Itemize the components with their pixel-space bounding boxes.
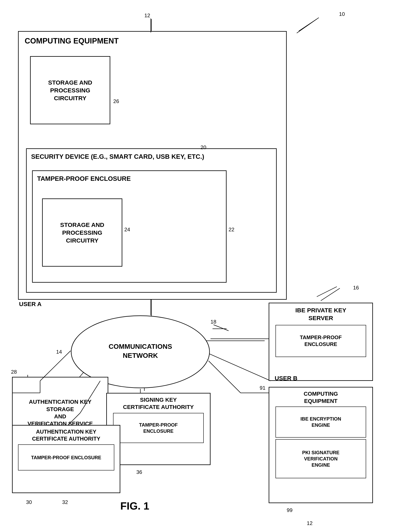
ref-26: 26 bbox=[113, 98, 119, 104]
user-b-computing-label: COMPUTING EQUIPMENT bbox=[304, 390, 338, 405]
storage-processing-24-box: STORAGE AND PROCESSING CIRCUITRY bbox=[42, 198, 122, 267]
svg-line-8 bbox=[317, 287, 337, 297]
tamper-proof-signing-box: TAMPER-PROOF ENCLOSURE bbox=[113, 413, 204, 443]
computing-equipment-label: COMPUTING EQUIPMENT bbox=[25, 36, 119, 46]
svg-line-0 bbox=[299, 19, 317, 31]
ibe-private-key-server-box: IBE PRIVATE KEY SERVER TAMPER-PROOF ENCL… bbox=[269, 303, 373, 381]
svg-text:COMMUNICATIONS: COMMUNICATIONS bbox=[109, 342, 172, 350]
user-a-label: USER A bbox=[19, 301, 41, 308]
tamper-proof-ibe-label: TAMPER-PROOF ENCLOSURE bbox=[300, 334, 342, 348]
svg-line-25 bbox=[321, 288, 340, 301]
tamper-proof-ibe-box: TAMPER-PROOF ENCLOSURE bbox=[275, 325, 366, 357]
security-device-label: SECURITY DEVICE (E.G., SMART CARD, USB K… bbox=[31, 152, 204, 161]
svg-line-9 bbox=[214, 325, 229, 331]
ibe-encryption-label: IBE ENCRYPTION ENGINE bbox=[300, 416, 341, 428]
ref-36: 36 bbox=[136, 469, 142, 475]
signing-key-ca-label: SIGNING KEY CERTIFICATE AUTHORITY bbox=[123, 396, 194, 411]
svg-line-13 bbox=[297, 18, 319, 33]
auth-key-ca-box: AUTHENTICATION KEY CERTIFICATE AUTHORITY… bbox=[12, 425, 120, 493]
pki-signature-label: PKI SIGNATURE VERIFICATION ENGINE bbox=[302, 450, 339, 468]
user-b-computing-box: COMPUTING EQUIPMENT IBE ENCRYPTION ENGIN… bbox=[269, 387, 373, 503]
ref-20: 20 bbox=[200, 144, 206, 151]
signing-key-ca-box: SIGNING KEY CERTIFICATE AUTHORITY TAMPER… bbox=[106, 393, 211, 465]
fig-label: FIG. 1 bbox=[120, 500, 149, 512]
ref-91: 91 bbox=[260, 385, 265, 391]
ref-24: 24 bbox=[124, 227, 130, 233]
tamper-proof-22-label: TAMPER-PROOF ENCLOSURE bbox=[37, 175, 131, 183]
ref-10: 10 bbox=[339, 11, 345, 17]
ibe-private-key-server-label: IBE PRIVATE KEY SERVER bbox=[295, 306, 346, 322]
ref-12-top: 12 bbox=[144, 13, 150, 19]
svg-line-17 bbox=[209, 361, 241, 393]
auth-key-ca-label: AUTHENTICATION KEY CERTIFICATE AUTHORITY bbox=[32, 428, 100, 442]
ref-18: 18 bbox=[211, 319, 216, 325]
storage-processing-26-box: STORAGE AND PROCESSING CIRCUITRY bbox=[30, 56, 110, 124]
pki-signature-box: PKI SIGNATURE VERIFICATION ENGINE bbox=[275, 439, 366, 478]
storage-processing-24-label: STORAGE AND PROCESSING CIRCUITRY bbox=[60, 221, 104, 244]
ref-30: 30 bbox=[26, 499, 32, 505]
ibe-encryption-box: IBE ENCRYPTION ENGINE bbox=[275, 406, 366, 437]
svg-text:NETWORK: NETWORK bbox=[123, 352, 158, 359]
ref-32: 32 bbox=[62, 499, 68, 505]
tamper-proof-auth-label: TAMPER-PROOF ENCLOSURE bbox=[31, 454, 101, 461]
ref-28: 28 bbox=[11, 369, 17, 375]
ref-99: 99 bbox=[287, 507, 293, 513]
svg-line-4 bbox=[203, 351, 271, 381]
tamper-proof-auth-box: TAMPER-PROOF ENCLOSURE bbox=[18, 444, 115, 470]
storage-processing-26-label: STORAGE AND PROCESSING CIRCUITRY bbox=[48, 79, 92, 102]
user-b-label: USER B bbox=[275, 375, 297, 382]
ref-22: 22 bbox=[229, 227, 234, 233]
auth-key-storage-label: AUTHENTICATION KEY STORAGE AND VERIFICAT… bbox=[27, 398, 93, 428]
ref-14: 14 bbox=[56, 349, 62, 355]
svg-line-19 bbox=[40, 351, 70, 381]
ref-16: 16 bbox=[353, 285, 359, 291]
ref-12-bottom: 12 bbox=[307, 520, 313, 526]
tamper-proof-signing-label: TAMPER-PROOF ENCLOSURE bbox=[139, 422, 178, 434]
